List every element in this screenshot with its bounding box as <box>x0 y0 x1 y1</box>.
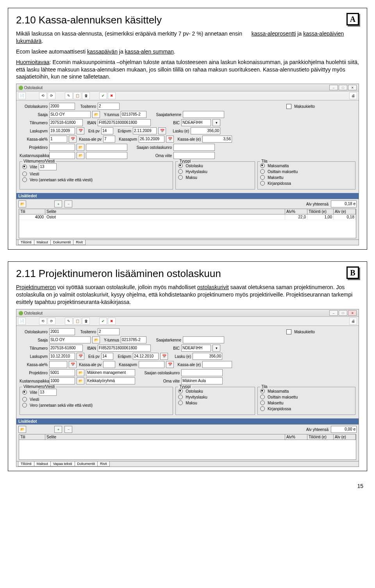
checkbox-maksukielto[interactable] <box>286 104 291 109</box>
add-btn[interactable]: ＋ <box>54 426 62 433</box>
radio-viite[interactable] <box>22 390 27 395</box>
radio-ostolasku[interactable] <box>178 163 183 168</box>
input-kustannusnimi[interactable]: Keikkatyöryhmä <box>86 377 135 384</box>
toolbar-btn[interactable]: 🖨 <box>349 318 357 325</box>
lookup-btn[interactable]: 📂 <box>92 336 100 343</box>
calendar-icon[interactable]: 📅 <box>160 353 168 360</box>
radio-viesti[interactable] <box>22 172 27 176</box>
input-laskue[interactable]: 356,00 <box>193 353 222 360</box>
close-icon[interactable]: ✕ <box>348 85 357 90</box>
calendar-icon[interactable]: 📅 <box>158 127 166 134</box>
input-ytunnus[interactable]: 0213785-2 <box>121 336 146 343</box>
tab-maksut[interactable]: Maksut <box>34 461 51 466</box>
input-viite[interactable]: 13 <box>39 163 57 170</box>
input-viite[interactable]: 13 <box>39 389 57 396</box>
tab-rivit[interactable]: Rivit <box>97 461 110 466</box>
radio-ostolasku[interactable] <box>178 389 183 393</box>
toolbar-btn[interactable]: 📄 <box>18 318 26 325</box>
lookup-btn[interactable]: 📂 <box>77 377 84 384</box>
lookup-btn[interactable]: 📂 <box>92 111 100 118</box>
input-projektinimi[interactable] <box>86 144 127 151</box>
input-bic[interactable]: NDEAFIHH <box>181 345 211 352</box>
table-row[interactable]: 4000 Ostot 22,0 1,00 0,18 <box>19 214 356 220</box>
input-kustannuspaikka[interactable]: 1000 <box>49 377 75 384</box>
input-tositenro[interactable]: 2 <box>98 103 120 110</box>
tab-maksut[interactable]: Maksut <box>34 240 51 245</box>
input-ostolaskunro[interactable]: 2001 <box>49 328 75 335</box>
toolbar-btn[interactable]: ✎ <box>65 92 73 99</box>
input-erapvm[interactable]: 2.11.2009 <box>133 127 157 134</box>
toolbar-btn[interactable]: ✔ <box>99 318 107 325</box>
input-kassaalepv[interactable]: 7 <box>103 136 115 143</box>
toolbar-btn[interactable]: ✎ <box>65 318 73 325</box>
radio-kirjanpidossa[interactable] <box>260 406 265 411</box>
input-saajan-ostolaskunro[interactable] <box>173 144 215 151</box>
lookup-btn[interactable]: 📂 <box>18 426 26 433</box>
input-laskupvm[interactable]: 19.10.2009 <box>49 127 75 134</box>
toolbar-btn[interactable]: 📋 <box>73 92 81 99</box>
minimize-icon[interactable]: – <box>329 310 338 316</box>
input-erapvm[interactable]: 24.12.2010 <box>133 353 159 360</box>
input-tilinumero[interactable]: 207518-61800 <box>49 345 83 352</box>
toolbar-btn[interactable]: ⟳ <box>48 318 55 325</box>
toolbar-btn[interactable]: ⟲ <box>39 92 47 99</box>
lookup-btn[interactable]: 📂 <box>18 200 26 207</box>
tab-dokumentit[interactable]: Dokumentit <box>75 461 98 466</box>
dropdown-btn[interactable]: ▾ <box>212 119 220 126</box>
input-kassapvm[interactable] <box>139 361 164 368</box>
calendar-icon[interactable]: 📅 <box>69 136 77 143</box>
radio-osittain[interactable] <box>260 395 265 399</box>
input-tositenro[interactable]: 2 <box>98 328 120 335</box>
input-kassapvm[interactable]: 26.10.2009 <box>139 136 164 143</box>
input-projektinro[interactable] <box>49 144 75 151</box>
input-omaviite[interactable]: Mäkinen Aula <box>181 377 223 384</box>
input-kassaalepv[interactable] <box>103 361 115 368</box>
radio-maksu[interactable] <box>178 400 183 405</box>
radio-maksamatta[interactable] <box>260 163 265 168</box>
checkbox-maksukielto[interactable] <box>286 329 291 334</box>
lookup-btn[interactable]: 📂 <box>77 369 84 376</box>
radio-vero[interactable] <box>22 177 27 182</box>
input-projektinro[interactable]: 5001 <box>49 369 75 376</box>
toolbar-btn[interactable]: 🗑 <box>82 92 90 99</box>
toolbar-btn[interactable]: 📄 <box>18 92 26 99</box>
input-kustannuspaikka[interactable] <box>49 152 75 159</box>
lookup-btn[interactable]: 📂 <box>77 152 84 159</box>
calendar-icon[interactable]: 📅 <box>77 127 84 134</box>
input-kassaalee[interactable]: 3,56 <box>202 136 232 143</box>
radio-viesti[interactable] <box>22 397 27 402</box>
input-kassaale[interactable] <box>49 361 67 368</box>
tab-dokumentit[interactable]: Dokumentit <box>50 240 74 245</box>
toolbar-btn[interactable]: ⟳ <box>48 92 55 99</box>
radio-maksu[interactable] <box>178 175 183 180</box>
input-kustannusnimi[interactable] <box>86 152 127 159</box>
radio-viite[interactable] <box>22 164 27 169</box>
remove-btn[interactable]: － <box>64 426 72 433</box>
calendar-icon[interactable]: 📅 <box>77 353 84 360</box>
tab-vapaa-teksti[interactable]: Vapaa teksti <box>50 461 75 466</box>
remove-btn[interactable]: － <box>64 200 72 207</box>
input-bic[interactable]: NDEAFIHH <box>181 119 211 126</box>
toolbar-btn[interactable]: ⟲ <box>39 318 47 325</box>
toolbar-btn[interactable]: 🖨 <box>349 92 357 99</box>
input-saajatarkenne[interactable] <box>183 111 224 118</box>
input-erapv[interactable]: 14 <box>101 353 113 360</box>
input-laskupvm[interactable]: 10.12.2010 <box>49 353 75 360</box>
tab-tiliointi[interactable]: Tiliöinti <box>18 240 34 245</box>
radio-maksamatta[interactable] <box>260 389 265 393</box>
radio-hyvityslasku[interactable] <box>178 169 183 174</box>
toolbar-btn[interactable]: ✖ <box>108 92 116 99</box>
maximize-icon[interactable]: □ <box>339 85 347 90</box>
radio-hyvityslasku[interactable] <box>178 395 183 399</box>
toolbar-btn[interactable]: 🗑 <box>82 318 90 325</box>
add-btn[interactable]: ＋ <box>54 200 62 207</box>
input-projektinimi[interactable]: Mäkinen management <box>86 369 135 376</box>
input-saajatarkenne[interactable] <box>183 336 224 343</box>
input-kassaale[interactable]: 1 <box>49 136 67 143</box>
close-icon[interactable]: ✕ <box>348 310 357 316</box>
input-omaviite[interactable] <box>173 152 215 159</box>
input-kassaalee[interactable] <box>202 361 232 368</box>
input-ytunnus[interactable]: 0213785-2 <box>121 111 146 118</box>
toolbar-btn[interactable]: ✖ <box>108 318 116 325</box>
tab-tiliointi[interactable]: Tiliöinti <box>18 461 34 466</box>
